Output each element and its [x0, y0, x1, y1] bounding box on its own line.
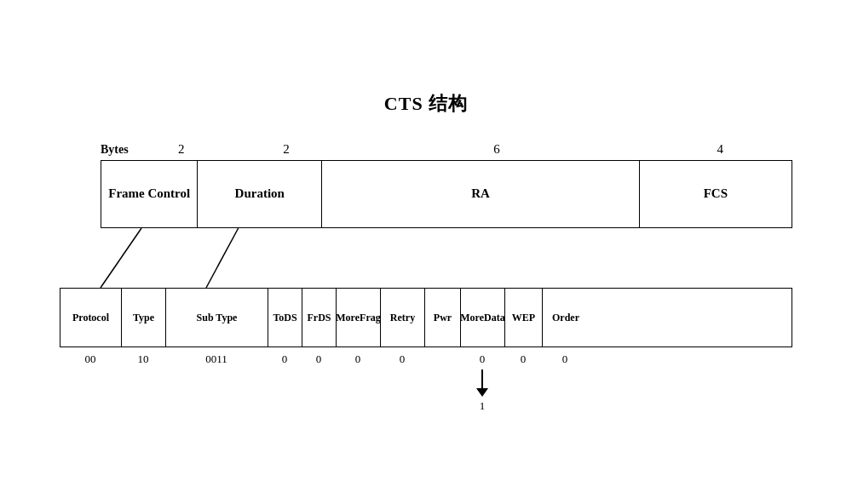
value-cell: 0 — [336, 352, 380, 366]
value-cell: 0 — [504, 352, 542, 366]
top-cell: Frame Control — [101, 161, 198, 227]
top-cell: RA — [322, 161, 640, 227]
svg-line-0 — [101, 228, 141, 288]
value-cell: 0 — [460, 352, 504, 366]
bytes-label: Bytes — [101, 143, 129, 157]
byte-num: 4 — [648, 142, 792, 157]
arrow-cell — [542, 369, 588, 413]
connector-area — [60, 228, 792, 288]
arrow-label: 1 — [480, 399, 486, 413]
bottom-cell: FrDS — [302, 289, 337, 346]
value-cell: 0 — [542, 352, 588, 366]
diagram-container: CTS 结构 Bytes 2264 Frame ControlDurationR… — [60, 74, 792, 430]
arrow-row: 1 — [60, 369, 792, 413]
value-cell: 00 — [60, 352, 121, 366]
arrow-cell — [380, 369, 424, 413]
bottom-cell: Pwr — [425, 289, 461, 346]
arrow-cell — [504, 369, 542, 413]
arrow-cell — [424, 369, 460, 413]
values-row: 001000110000000 — [60, 352, 792, 366]
value-cell: 0011 — [165, 352, 268, 366]
page-title: CTS 结构 — [60, 91, 792, 117]
value-cell — [424, 352, 460, 366]
value-cell: 10 — [121, 352, 165, 366]
arrow-cell — [165, 369, 268, 413]
bottom-cell: WEP — [505, 289, 543, 346]
byte-num: 2 — [227, 142, 346, 157]
arrow-cell — [336, 369, 380, 413]
bottom-cell: Order — [543, 289, 589, 346]
bottom-cell: Protocol — [60, 289, 122, 346]
bottom-cell: Sub Type — [166, 289, 268, 346]
value-cell: 0 — [302, 352, 336, 366]
arrow-cell — [268, 369, 302, 413]
top-table-wrapper: Frame ControlDurationRAFCS — [60, 160, 792, 228]
top-cell: FCS — [640, 161, 792, 227]
connector-svg — [101, 228, 792, 288]
bottom-table: ProtocolTypeSub TypeToDSFrDSMoreFragRetr… — [60, 288, 792, 347]
bottom-cell: Retry — [381, 289, 425, 346]
bytes-row-top: Bytes 2264 — [60, 142, 792, 157]
arrow-down — [476, 369, 488, 397]
arrow-cell — [121, 369, 165, 413]
arrow-cell — [302, 369, 336, 413]
top-table: Frame ControlDurationRAFCS — [101, 160, 792, 228]
bottom-cell: Type — [122, 289, 166, 346]
top-cell: Duration — [198, 161, 322, 227]
bottom-cell: MoreData — [461, 289, 505, 346]
value-cell: 0 — [268, 352, 302, 366]
arrow-cell: 1 — [460, 369, 504, 413]
byte-num: 2 — [135, 142, 227, 157]
arrow-line — [481, 369, 483, 388]
bottom-cell: MoreFrag — [337, 289, 381, 346]
value-cell: 0 — [380, 352, 424, 366]
arrow-cell — [60, 369, 121, 413]
bottom-table-wrapper: ProtocolTypeSub TypeToDSFrDSMoreFragRetr… — [60, 288, 792, 347]
bottom-cell: ToDS — [268, 289, 302, 346]
arrow-head — [476, 388, 488, 397]
byte-num: 6 — [345, 142, 648, 157]
svg-line-1 — [206, 228, 239, 288]
